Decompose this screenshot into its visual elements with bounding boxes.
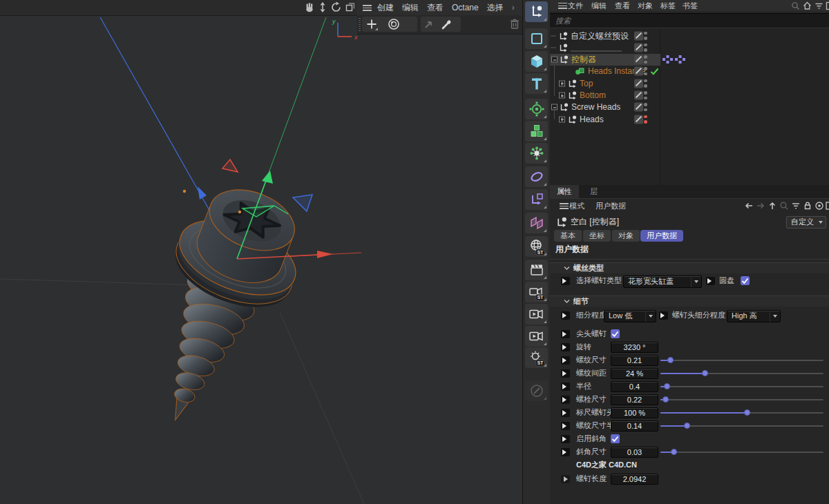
head-subdivision-dropdown[interactable]: High 高 <box>727 310 781 322</box>
thread-pitch-field[interactable]: 24 % <box>611 368 658 379</box>
preset-dropdown[interactable]: 自定义 <box>786 216 826 229</box>
spline-rectangle-tool[interactable] <box>525 28 548 49</box>
home-icon[interactable] <box>803 1 812 11</box>
tab-coordinates[interactable]: 坐标 <box>583 230 611 242</box>
visibility-dots[interactable] <box>644 55 647 64</box>
am-menu-mode[interactable]: 模式 <box>569 199 584 213</box>
expand-icon[interactable] <box>559 116 565 122</box>
menu-create[interactable]: 创建 <box>377 0 394 15</box>
tree-row-heads-instance[interactable]: Heads Instance <box>550 66 829 77</box>
dolly-icon[interactable] <box>317 1 330 14</box>
bolt-size-field[interactable]: 0.22 <box>611 394 658 405</box>
edit-tag-icon[interactable] <box>634 43 643 52</box>
edit-tag-icon[interactable] <box>634 55 643 64</box>
tab-attributes[interactable]: 属性 <box>550 185 579 198</box>
visibility-dots-hidden[interactable] <box>644 115 647 124</box>
light-stage-tool[interactable]: ST <box>525 347 548 368</box>
mograph-spline-tool[interactable] <box>525 99 548 119</box>
null-object-tool[interactable] <box>525 1 548 22</box>
visibility-dots[interactable] <box>644 32 647 40</box>
visibility-dots[interactable] <box>644 43 647 52</box>
menu-octane[interactable]: Octane <box>452 0 479 15</box>
sky-tool[interactable]: ST <box>525 236 548 257</box>
effector-tool[interactable] <box>525 143 548 164</box>
camera-play-tool-2[interactable] <box>525 326 548 347</box>
bolt-size-slider[interactable] <box>660 393 823 406</box>
menu-burger-icon[interactable] <box>363 5 372 11</box>
eyedropper-icon[interactable] <box>440 17 454 31</box>
edit-tag-icon[interactable] <box>634 115 643 124</box>
filter-icon[interactable] <box>814 1 824 11</box>
thread-radius-slider[interactable] <box>660 419 823 432</box>
edit-tag-icon[interactable] <box>634 79 643 88</box>
screw-type-dropdown[interactable]: 花形宽头缸盖 <box>623 275 702 288</box>
om-menu-tag[interactable]: 标签 <box>660 0 676 11</box>
head-scale-field[interactable]: 100 % <box>611 407 658 418</box>
radius-slider[interactable] <box>660 380 823 393</box>
head-scale-slider[interactable] <box>660 406 823 419</box>
menu-view[interactable]: 查看 <box>427 0 444 15</box>
tree-row-heads[interactable]: Heads <box>550 113 829 125</box>
orbit-icon[interactable] <box>330 1 343 14</box>
null-cube-tool[interactable] <box>525 189 548 210</box>
deformer-tool[interactable] <box>525 166 548 187</box>
toolbar-grip[interactable] <box>359 18 361 31</box>
am-menu-burger-icon[interactable] <box>560 203 569 209</box>
tab-object[interactable]: 对象 <box>612 230 640 242</box>
xpresso-tag-icon[interactable] <box>675 55 685 64</box>
add-object-button[interactable] <box>365 17 379 31</box>
tree-row-controller[interactable]: 控制器 <box>550 54 660 66</box>
tree-row-preset[interactable]: 自定义螺丝预设 <box>550 30 829 41</box>
forward-icon[interactable] <box>756 201 765 211</box>
om-menu-edit[interactable]: 编辑 <box>591 0 607 11</box>
expand-icon[interactable] <box>559 93 565 99</box>
symmetry-tool[interactable] <box>525 213 548 233</box>
radius-field[interactable]: 0.4 <box>611 381 658 392</box>
collapse-icon[interactable] <box>551 104 558 110</box>
om-search-input[interactable]: 搜索 <box>550 13 829 28</box>
edit-tag-icon[interactable] <box>634 103 643 112</box>
group-detail[interactable]: 细节 <box>550 295 829 307</box>
thread-pitch-slider[interactable] <box>660 367 823 380</box>
expand-icon[interactable] <box>559 80 565 86</box>
menu-select[interactable]: 选择 <box>487 0 504 15</box>
om-menu-file[interactable]: 文件 <box>568 0 583 11</box>
tree-row-top[interactable]: Top <box>550 77 829 89</box>
thread-size-slider[interactable] <box>660 353 823 367</box>
back-icon[interactable] <box>744 201 754 211</box>
motext-tool[interactable] <box>525 73 548 94</box>
visibility-dots[interactable] <box>644 91 647 99</box>
om-menu-object[interactable]: 对象 <box>638 0 653 11</box>
layer-browser-icon[interactable] <box>826 1 829 11</box>
enabled-check-icon[interactable] <box>650 68 659 75</box>
subdivision-dropdown[interactable]: Low 低 <box>604 310 656 322</box>
pan-icon[interactable] <box>304 1 316 14</box>
tree-row-screw-heads[interactable]: Screw Heads <box>550 101 829 113</box>
am-search-icon[interactable] <box>779 201 789 211</box>
cloner-tool[interactable] <box>525 121 548 142</box>
up-icon[interactable] <box>768 201 777 211</box>
delete-icon[interactable] <box>508 17 522 31</box>
visibility-dots[interactable] <box>644 67 647 75</box>
screw-length-field[interactable]: 2.0942 <box>611 474 658 485</box>
xpresso-tag-icon[interactable] <box>663 55 673 64</box>
thread-radius-field[interactable]: 0.14 <box>611 420 658 432</box>
render-view-button[interactable] <box>387 17 401 31</box>
screw-model[interactable] <box>119 173 319 442</box>
menu-edit[interactable]: 编辑 <box>402 0 419 15</box>
om-menu-view[interactable]: 查看 <box>615 0 630 11</box>
cube-tool[interactable] <box>525 51 548 72</box>
visibility-dots[interactable] <box>644 103 647 111</box>
tab-user-data[interactable]: 用户数据 <box>640 230 683 242</box>
camera-stage-tool[interactable]: ST <box>525 282 548 302</box>
viewport-canvas[interactable]: y x <box>0 15 522 504</box>
menu-overflow-chevron[interactable]: › <box>512 0 515 15</box>
lock-icon[interactable] <box>803 201 812 211</box>
visibility-dots[interactable] <box>644 79 647 88</box>
maximize-icon[interactable] <box>345 1 357 14</box>
track-icon[interactable] <box>814 201 824 211</box>
edit-tag-icon[interactable] <box>634 91 643 100</box>
edit-tag-icon[interactable] <box>634 67 643 76</box>
am-filter-icon[interactable] <box>791 201 801 211</box>
collapse-icon[interactable] <box>551 57 558 63</box>
